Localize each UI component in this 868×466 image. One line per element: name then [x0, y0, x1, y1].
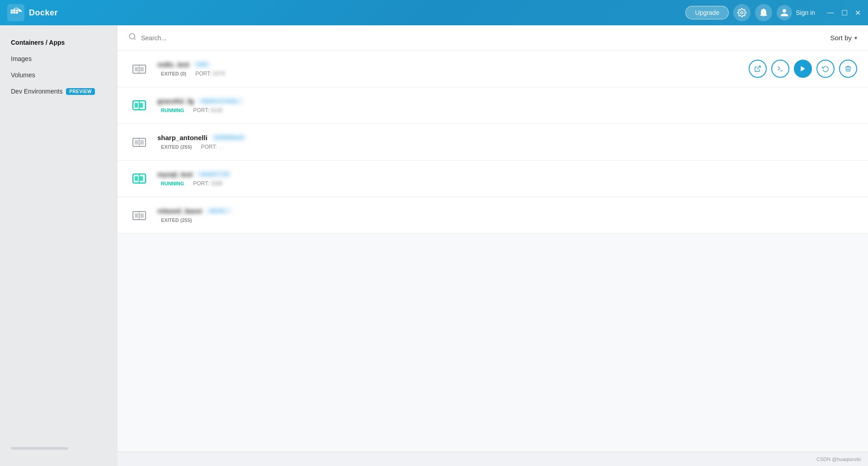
- minimize-button[interactable]: —: [827, 9, 834, 17]
- user-avatar-icon: [777, 5, 792, 20]
- chevron-down-icon: ▾: [854, 35, 857, 41]
- container-info: relaxed_bassi ubuntu... EXITED (255): [157, 207, 857, 224]
- table-row[interactable]: graceful_fg registry.cn-hang... RUNNING …: [118, 87, 868, 124]
- sidebar-images-label: Images: [11, 55, 32, 62]
- table-row[interactable]: mysql_test mysql:5.7.33 RUNNING PORT: 33…: [118, 160, 868, 197]
- start-button[interactable]: [794, 60, 812, 78]
- sidebar-bottom: [0, 440, 118, 457]
- restart-button[interactable]: [816, 60, 835, 78]
- container-name: redis_test redis: [157, 61, 749, 68]
- footer-attribution: CSDN @huaqianzki: [816, 457, 861, 462]
- container-image-tag: ubuntu...: [206, 207, 232, 214]
- close-button[interactable]: ✕: [855, 9, 861, 17]
- sidebar-item-images[interactable]: Images: [0, 51, 118, 67]
- sidebar-item-containers[interactable]: Containers / Apps: [0, 34, 118, 51]
- svg-rect-22: [140, 140, 144, 145]
- port-value: 8140: [211, 107, 223, 113]
- table-row[interactable]: sharp_antonelli b1f94b3bce4 EXITED (255)…: [118, 124, 868, 160]
- container-meta: EXITED (0) PORT: 6379: [157, 70, 749, 77]
- preview-badge: PREVIEW: [66, 88, 95, 95]
- docker-logo: Docker: [7, 4, 58, 21]
- container-meta: EXITED (255): [157, 217, 857, 224]
- signin-button[interactable]: Sign in: [777, 5, 815, 20]
- app-body: Containers / Apps Images Volumes Dev Env…: [0, 25, 868, 466]
- status-badge: RUNNING: [157, 107, 188, 114]
- sidebar-volumes-label: Volumes: [11, 71, 35, 79]
- container-icon: [128, 168, 150, 189]
- svg-rect-16: [140, 103, 143, 108]
- sidebar-dev-label: Dev Environments: [11, 88, 62, 95]
- container-name: graceful_fg registry.cn-hang...: [157, 97, 857, 105]
- container-running-icon: [131, 170, 147, 187]
- status-badge: EXITED (0): [157, 70, 190, 77]
- container-icon: [128, 58, 150, 80]
- footer-bar: CSDN @huaqianzki: [118, 452, 868, 466]
- open-browser-button[interactable]: [749, 60, 767, 78]
- sidebar-progress-bar: [11, 447, 68, 450]
- container-name-text: graceful_fg: [157, 97, 194, 105]
- svg-marker-12: [801, 66, 805, 71]
- delete-button[interactable]: [839, 60, 857, 78]
- sidebar-item-dev-environments[interactable]: Dev Environments PREVIEW: [0, 83, 118, 99]
- container-meta: RUNNING PORT: 3306: [157, 180, 857, 187]
- sort-by-label: Sort by: [830, 34, 852, 42]
- svg-rect-7: [135, 67, 138, 71]
- status-badge: EXITED (255): [157, 217, 195, 224]
- user-icon: [780, 8, 789, 17]
- settings-button[interactable]: [733, 4, 750, 21]
- search-bar: Sort by ▾: [118, 25, 868, 51]
- container-image-tag: redis: [193, 61, 211, 68]
- svg-line-10: [757, 66, 760, 69]
- container-box-icon: [131, 61, 147, 77]
- container-name: sharp_antonelli b1f94b3bce4: [157, 134, 857, 141]
- table-row[interactable]: redis_test redis EXITED (0) PORT: 6379: [118, 51, 868, 87]
- notifications-button[interactable]: [755, 4, 772, 21]
- signin-label: Sign in: [796, 9, 815, 16]
- maximize-button[interactable]: ☐: [841, 9, 848, 17]
- sidebar-containers-label: Containers / Apps: [11, 39, 65, 46]
- container-name-text: relaxed_bassi: [157, 207, 202, 215]
- container-icon: [128, 94, 150, 116]
- window-controls: — ☐ ✕: [827, 9, 861, 17]
- container-info: sharp_antonelli b1f94b3bce4 EXITED (255)…: [157, 134, 857, 151]
- titlebar-actions: Upgrade Sign in — ☐ ✕: [685, 4, 861, 21]
- play-icon: [799, 65, 807, 72]
- search-input[interactable]: [141, 34, 830, 42]
- sort-by-button[interactable]: Sort by ▾: [830, 34, 857, 42]
- svg-point-4: [129, 33, 135, 39]
- container-image-tag: mysql:5.7.33: [196, 170, 231, 178]
- cli-button[interactable]: [771, 60, 789, 78]
- container-name: mysql_test mysql:5.7.33: [157, 170, 857, 178]
- notifications-icon: [759, 8, 768, 17]
- container-name: relaxed_bassi ubuntu...: [157, 207, 857, 215]
- svg-rect-31: [140, 213, 144, 218]
- port-info: PORT: ...: [201, 144, 222, 150]
- container-image-tag: b1f94b3bce4: [211, 134, 247, 141]
- upgrade-button[interactable]: Upgrade: [685, 6, 729, 19]
- container-list: redis_test redis EXITED (0) PORT: 6379: [118, 51, 868, 466]
- docker-whale-icon: [7, 4, 24, 21]
- trash-icon: [844, 65, 852, 72]
- settings-icon: [737, 8, 746, 17]
- sidebar-item-volumes[interactable]: Volumes: [0, 67, 118, 83]
- row-actions: [749, 60, 857, 78]
- container-icon: [128, 204, 150, 226]
- container-info: graceful_fg registry.cn-hang... RUNNING …: [157, 97, 857, 114]
- external-link-icon: [754, 65, 761, 72]
- container-info: mysql_test mysql:5.7.33 RUNNING PORT: 33…: [157, 170, 857, 187]
- status-badge: EXITED (255): [157, 143, 195, 151]
- terminal-icon: [777, 65, 784, 72]
- restart-icon: [822, 65, 829, 72]
- app-name-label: Docker: [29, 8, 58, 18]
- svg-rect-30: [135, 213, 138, 218]
- container-running-icon: [131, 97, 147, 113]
- port-value: 3306: [211, 180, 223, 187]
- port-info: PORT: 8140: [193, 107, 222, 113]
- container-image-tag: registry.cn-hang...: [198, 97, 244, 104]
- svg-rect-15: [135, 103, 138, 108]
- table-row[interactable]: relaxed_bassi ubuntu... EXITED (255) ↗ >…: [118, 197, 868, 234]
- port-info: PORT: 3306: [193, 180, 222, 187]
- sidebar: Containers / Apps Images Volumes Dev Env…: [0, 25, 118, 466]
- search-wrapper: [128, 33, 830, 43]
- titlebar: Docker Upgrade Sign in — ☐: [0, 0, 868, 25]
